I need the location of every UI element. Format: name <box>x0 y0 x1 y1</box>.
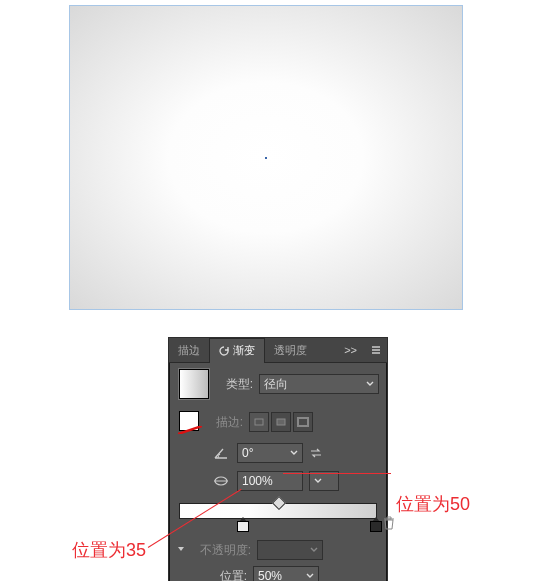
panel-menu-button[interactable] <box>365 338 387 362</box>
angle-field[interactable]: 0° <box>237 443 303 463</box>
angle-icon <box>213 446 231 460</box>
canvas-preview <box>70 6 462 309</box>
aspect-row: 100% <box>169 467 387 495</box>
collapse-icon: >> <box>344 344 357 356</box>
angle-row: 0° <box>169 439 387 467</box>
chevron-down-icon <box>314 477 322 485</box>
opacity-field[interactable] <box>257 540 323 560</box>
chevron-down-icon <box>290 449 298 457</box>
annotation-pos50: 位置为50 <box>396 492 470 516</box>
panel-tabs: 描边 渐变 透明度 >> <box>169 338 387 363</box>
svg-rect-3 <box>298 418 308 426</box>
stroke-align-within-button[interactable] <box>249 412 269 432</box>
aspect-field[interactable]: 100% <box>237 471 303 491</box>
gradient-panel: 描边 渐变 透明度 >> 类型: 径向 <box>168 337 388 581</box>
tab-transparency[interactable]: 透明度 <box>265 338 316 362</box>
svg-rect-1 <box>255 419 263 425</box>
stroke-swatch[interactable] <box>179 411 201 433</box>
chevron-down-icon <box>306 572 314 580</box>
aspect-value: 100% <box>242 474 273 488</box>
type-label: 类型: <box>219 376 253 393</box>
tab-stroke[interactable]: 描边 <box>169 338 209 362</box>
gradient-fill-swatch[interactable] <box>179 369 209 399</box>
stroke-align-group <box>249 412 313 432</box>
color-stop-left[interactable] <box>237 517 247 531</box>
stroke-align-across-button[interactable] <box>293 412 313 432</box>
angle-value: 0° <box>242 446 253 460</box>
tab-gradient-label: 渐变 <box>233 343 255 358</box>
annotation-pos35: 位置为35 <box>72 538 146 562</box>
chevron-down-icon <box>366 380 374 388</box>
tab-gradient[interactable]: 渐变 <box>209 338 265 363</box>
aspect-icon <box>213 474 231 488</box>
position-row: 位置: 50% <box>177 563 379 581</box>
stroke-label: 描边: <box>209 414 243 431</box>
aspect-dropdown-button[interactable] <box>309 471 339 491</box>
position-field[interactable]: 50% <box>253 566 319 581</box>
position-value: 50% <box>258 569 282 581</box>
panel-collapse-button[interactable]: >> <box>336 338 365 362</box>
delete-stop-button[interactable] <box>383 516 395 530</box>
gradient-type-select[interactable]: 径向 <box>259 374 379 394</box>
opacity-label: 不透明度: <box>193 542 251 559</box>
position-label: 位置: <box>197 568 247 582</box>
svg-rect-2 <box>277 419 285 425</box>
stroke-row: 描边: <box>169 405 387 439</box>
color-stop-right[interactable] <box>370 517 380 531</box>
chevron-down-icon <box>310 546 318 554</box>
stroke-align-along-button[interactable] <box>271 412 291 432</box>
type-row: 类型: 径向 <box>169 363 387 405</box>
reverse-gradient-button[interactable] <box>309 446 323 460</box>
triangle-down-icon <box>177 545 187 555</box>
gradient-type-value: 径向 <box>264 376 288 393</box>
menu-icon <box>371 345 381 355</box>
center-point-marker <box>265 157 267 159</box>
opacity-row: 不透明度: <box>177 537 379 563</box>
annotation-line-right <box>283 473 391 474</box>
refresh-icon <box>219 346 229 356</box>
